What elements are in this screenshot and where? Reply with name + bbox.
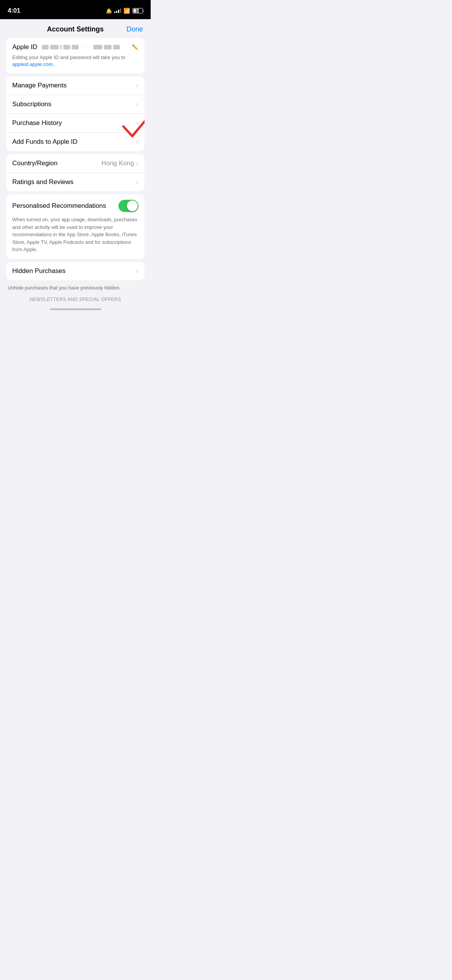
add-funds-item[interactable]: Add Funds to Apple ID › bbox=[6, 133, 145, 151]
signal-bars-icon bbox=[114, 8, 121, 13]
apple-id-label: Apple ID bbox=[12, 43, 37, 51]
subscriptions-item[interactable]: Subscriptions › bbox=[6, 95, 145, 114]
chevron-icon: › bbox=[136, 268, 138, 275]
country-region-item[interactable]: Country/Region Hong Kong › bbox=[6, 154, 145, 173]
chevron-icon: › bbox=[136, 138, 138, 145]
chevron-icon: › bbox=[136, 82, 138, 89]
chevron-icon: › bbox=[136, 101, 138, 108]
home-indicator bbox=[0, 305, 151, 312]
nav-bar: Account Settings Done bbox=[0, 19, 151, 38]
hidden-purchases-item[interactable]: Hidden Purchases › bbox=[6, 262, 145, 280]
manage-payments-label: Manage Payments bbox=[12, 82, 67, 89]
ratings-reviews-item[interactable]: Ratings and Reviews › bbox=[6, 173, 145, 191]
done-button[interactable]: Done bbox=[127, 25, 143, 33]
apple-id-card: Apple ID ····· ✏️ Editing your Apple ID … bbox=[6, 38, 145, 73]
status-bar: 4:01 🔔̶ 📶 34 bbox=[0, 0, 151, 19]
personalised-rec-note: When turned on, your app usage, download… bbox=[12, 216, 138, 253]
apple-id-row[interactable]: Apple ID ····· ✏️ bbox=[12, 43, 138, 51]
country-region-label: Country/Region bbox=[12, 159, 58, 167]
chevron-icon: › bbox=[136, 120, 138, 127]
page-title: Account Settings bbox=[47, 25, 104, 33]
chevron-icon: › bbox=[136, 160, 138, 167]
add-funds-label: Add Funds to Apple ID bbox=[12, 138, 77, 146]
ratings-reviews-label: Ratings and Reviews bbox=[12, 178, 74, 186]
subscriptions-label: Subscriptions bbox=[12, 100, 51, 108]
payment-section: Manage Payments › Subscriptions › Purcha… bbox=[6, 76, 145, 151]
chevron-icon: › bbox=[136, 179, 138, 186]
hidden-purchases-group: Hidden Purchases › bbox=[6, 262, 145, 280]
status-time: 4:01 bbox=[8, 7, 20, 15]
main-content: Apple ID ····· ✏️ Editing your Apple ID … bbox=[0, 38, 151, 297]
purchase-history-item[interactable]: Purchase History › bbox=[6, 114, 145, 133]
footer-label: NEWSLETTERS AND SPECIAL OFFERS bbox=[6, 297, 145, 305]
personalised-rec-label: Personalised Recommendations bbox=[12, 202, 106, 210]
personalised-rec-row: Personalised Recommendations bbox=[12, 200, 138, 212]
home-bar bbox=[50, 308, 101, 310]
manage-payments-item[interactable]: Manage Payments › bbox=[6, 76, 145, 95]
toggle-knob bbox=[127, 201, 138, 211]
apple-id-note: Editing your Apple ID and password will … bbox=[12, 54, 138, 68]
edit-icon: ✏️ bbox=[132, 44, 138, 50]
apple-id-value: ····· bbox=[42, 44, 127, 50]
battery-indicator: 34 bbox=[132, 8, 143, 13]
wifi-icon: 📶 bbox=[123, 8, 130, 14]
country-region-value: Hong Kong bbox=[102, 159, 134, 167]
personalised-rec-toggle[interactable] bbox=[118, 200, 138, 212]
hidden-purchases-label: Hidden Purchases bbox=[12, 267, 66, 275]
hidden-purchases-note: Unhide purchases that you have previousl… bbox=[6, 282, 145, 297]
region-section: Country/Region Hong Kong › Ratings and R… bbox=[6, 154, 145, 191]
apple-id-link[interactable]: appleid.apple.com bbox=[12, 61, 53, 67]
footer-section: NEWSLETTERS AND SPECIAL OFFERS bbox=[0, 297, 151, 305]
status-icons: 🔔̶ 📶 34 bbox=[106, 8, 143, 14]
purchase-history-label: Purchase History bbox=[12, 119, 62, 127]
personalised-rec-group: Personalised Recommendations When turned… bbox=[6, 194, 145, 259]
mute-icon: 🔔̶ bbox=[106, 8, 112, 14]
